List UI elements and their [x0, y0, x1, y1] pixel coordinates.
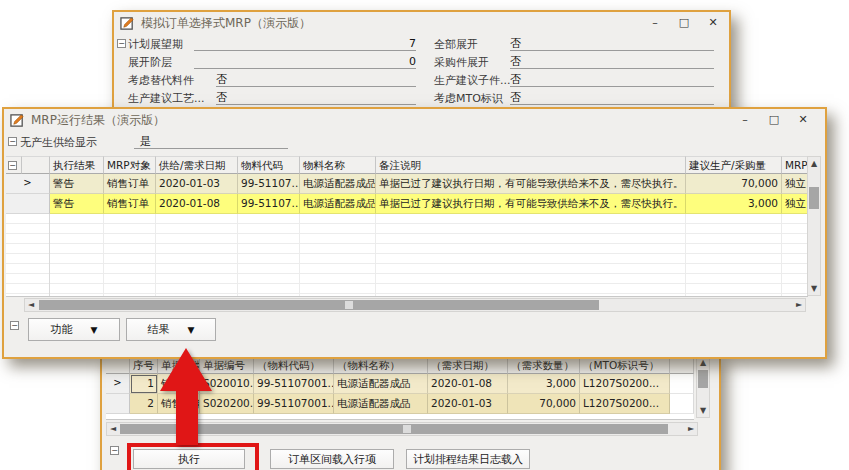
- scroll-left-icon[interactable]: ◄: [107, 423, 119, 435]
- close-button[interactable]: ✕: [707, 17, 719, 29]
- scroll-right-icon[interactable]: ►: [793, 299, 805, 311]
- col-header[interactable]: 物料名称: [300, 156, 376, 174]
- cell-material-code[interactable]: 99-51107001...: [254, 394, 334, 414]
- cell-demand-qty[interactable]: 70,000: [508, 394, 580, 414]
- field-label: 生产建议子件...: [434, 73, 511, 88]
- col-header[interactable]: MRP对象: [104, 156, 156, 174]
- cell-filler: [670, 394, 694, 414]
- titlebar: 模拟订单选择式MRP（演示版） – □ ✕: [114, 12, 729, 34]
- cell-remark[interactable]: 单据已过了建议执行日期，有可能导致供给来不及，需尽快执行。: [376, 174, 686, 194]
- field-expand-level[interactable]: 0: [194, 54, 416, 69]
- cell-exec-result[interactable]: 警告: [50, 194, 104, 214]
- field-expand-all[interactable]: 否: [510, 36, 714, 51]
- grid-empty-area: [6, 214, 808, 297]
- cell-material-name[interactable]: 电源适配器成品: [300, 174, 376, 194]
- collapse-icon[interactable]: −: [10, 321, 19, 330]
- col-header[interactable]: 备注说明: [376, 156, 686, 174]
- collapse-icon[interactable]: −: [8, 161, 17, 170]
- table-row[interactable]: 警告 销售订单 2020-01-08 99-51107... 电源适配器成品 单…: [6, 194, 808, 214]
- cell-material-code[interactable]: 99-51107...: [238, 194, 300, 214]
- scrollbar-thumb[interactable]: [39, 300, 599, 310]
- cell-date[interactable]: 2020-01-08: [156, 194, 238, 214]
- field-process-suggest[interactable]: 否: [216, 90, 416, 105]
- scroll-down-icon[interactable]: ▼: [697, 405, 709, 417]
- edit-icon: [10, 113, 25, 128]
- field-label: 采购件展开: [434, 55, 489, 70]
- cell-mto-id[interactable]: L1207S0200...: [580, 394, 670, 414]
- scrollbar-thumb[interactable]: [698, 370, 708, 388]
- scrollbar-grip: [403, 425, 411, 433]
- cell-filler: [670, 374, 694, 394]
- minimize-button[interactable]: –: [649, 17, 661, 29]
- cell-material-name[interactable]: 电源适配器成品: [300, 194, 376, 214]
- cell-material-code[interactable]: 99-51107001...: [254, 374, 334, 394]
- col-header[interactable]: 执行结果: [50, 156, 104, 174]
- result-grid-header: − 执行结果 MRP对象 供给/需求日期 物料代码 物料名称 备注说明 建议生产…: [6, 156, 808, 174]
- field-plan-horizon[interactable]: 7: [194, 36, 416, 51]
- window-title: 模拟订单选择式MRP（演示版）: [141, 15, 311, 32]
- load-schedule-log-button[interactable]: 计划排程结果日志载入: [406, 449, 530, 469]
- maximize-button[interactable]: □: [678, 17, 690, 29]
- expander-header[interactable]: −: [6, 156, 22, 174]
- vertical-scrollbar[interactable]: ▲ ▼: [696, 356, 710, 418]
- field-child-suggest[interactable]: 否: [510, 72, 714, 87]
- col-header[interactable]: 物料代码: [238, 156, 300, 174]
- minimize-button[interactable]: –: [739, 114, 751, 126]
- cell-material-code[interactable]: 99-51107...: [238, 174, 300, 194]
- col-header[interactable]: 建议生产/采购量: [686, 156, 782, 174]
- col-header[interactable]: 供给/需求日期: [156, 156, 238, 174]
- param-value[interactable]: 是: [134, 134, 288, 149]
- cell-material-name[interactable]: 电源适配器成品: [334, 394, 428, 414]
- cell-suggest-qty[interactable]: 70,000: [686, 174, 782, 194]
- maximize-button[interactable]: □: [768, 114, 780, 126]
- load-order-range-button[interactable]: 订单区间载入行项: [270, 449, 394, 469]
- cell-remark[interactable]: 单据已过了建议执行日期，有可能导致供给来不及，需尽快执行。: [376, 194, 686, 214]
- button-label: 功能: [51, 322, 73, 337]
- cell-mrp-type[interactable]: 独立: [782, 174, 808, 194]
- result-dropdown-button[interactable]: 结果 ▼: [126, 318, 216, 341]
- field-label: 生产建议工艺...: [128, 91, 205, 106]
- scroll-up-icon[interactable]: ▲: [808, 158, 820, 170]
- cell-demand-date[interactable]: 2020-01-03: [428, 394, 508, 414]
- cell-demand-qty[interactable]: 3,000: [508, 374, 580, 394]
- field-label: 全部展开: [434, 37, 478, 52]
- col-header[interactable]: MRP类型: [782, 156, 808, 174]
- scroll-down-icon[interactable]: ▼: [808, 283, 820, 295]
- scroll-right-icon[interactable]: ►: [685, 423, 697, 435]
- collapse-icon[interactable]: −: [110, 446, 119, 455]
- cell-material-name[interactable]: 电源适配器成品: [334, 374, 428, 394]
- cell-date[interactable]: 2020-01-03: [156, 174, 238, 194]
- row-selector-header: [22, 156, 50, 174]
- field-label: 计划展望期: [128, 37, 183, 52]
- chevron-down-icon: ▼: [91, 325, 98, 335]
- vertical-scrollbar[interactable]: ▲ ▼: [807, 156, 821, 296]
- collapse-icon[interactable]: −: [117, 39, 126, 48]
- field-mto-flag[interactable]: 否: [510, 90, 714, 105]
- cell-mto-id[interactable]: L1207S0200...: [580, 374, 670, 394]
- cell-exec-result[interactable]: 警告: [50, 174, 104, 194]
- horizontal-scrollbar[interactable]: ◄ ►: [24, 298, 806, 312]
- close-button[interactable]: ✕: [797, 114, 809, 126]
- field-label: 考虑替代料件: [128, 73, 194, 88]
- table-row[interactable]: > 警告 销售订单 2020-01-03 99-51107... 电源适配器成品…: [6, 174, 808, 194]
- cell-suggest-qty[interactable]: 3,000: [686, 194, 782, 214]
- field-substitute[interactable]: 否: [216, 72, 416, 87]
- scroll-left-icon[interactable]: ◄: [25, 299, 37, 311]
- cell-mrp-object[interactable]: 销售订单: [104, 174, 156, 194]
- scrollbar-thumb[interactable]: [809, 187, 819, 209]
- cell-mrp-type[interactable]: 独立: [782, 194, 808, 214]
- window-title: MRP运行结果（演示版）: [31, 112, 165, 129]
- cell-mrp-object[interactable]: 销售订单: [104, 194, 156, 214]
- row-pointer: >: [6, 174, 50, 194]
- function-dropdown-button[interactable]: 功能 ▼: [28, 318, 120, 341]
- chevron-down-icon: ▼: [188, 325, 195, 335]
- field-purchase-expand[interactable]: 否: [510, 54, 714, 69]
- cell-demand-date[interactable]: 2020-01-08: [428, 374, 508, 394]
- param-label: 无产生供给显示: [20, 135, 97, 150]
- field-label: 考虑MTO标识: [434, 91, 503, 106]
- scrollbar-grip: [345, 301, 353, 309]
- collapse-icon[interactable]: −: [8, 137, 17, 146]
- row-pointer: [106, 394, 130, 414]
- field-label: 展开阶层: [128, 55, 172, 70]
- row-pointer: [6, 194, 50, 214]
